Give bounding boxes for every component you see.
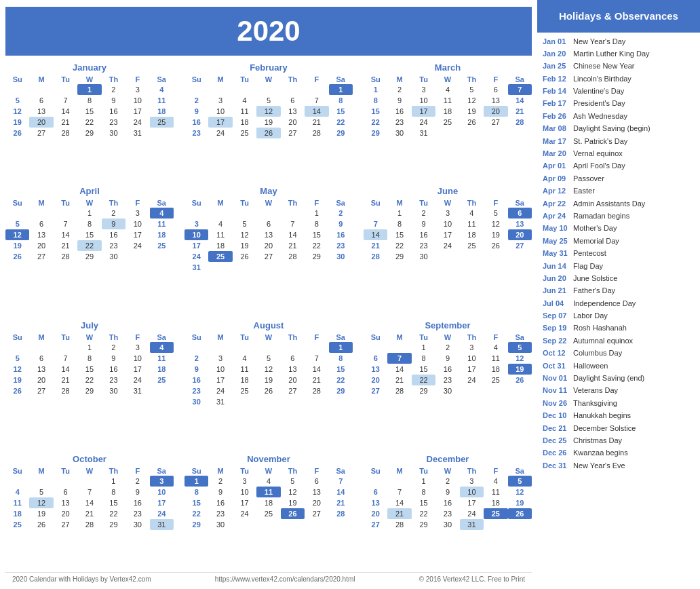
footer-center: https://www.vertex42.com/calendars/2020.… xyxy=(215,575,355,583)
calendar-day: 9 xyxy=(102,218,125,229)
calendar-day: 5 xyxy=(233,218,256,229)
day-header: Tu xyxy=(412,198,435,208)
calendar-day: 8 xyxy=(102,487,125,497)
day-header: M xyxy=(208,75,232,84)
calendar-day: 19 xyxy=(5,375,29,385)
holiday-item: Feb 12Lincoln's Birthday xyxy=(543,74,695,84)
calendar-day: 31 xyxy=(150,519,174,530)
holiday-name: Halloween xyxy=(573,361,608,371)
day-header: Su xyxy=(5,332,29,342)
calendar-day: 3 xyxy=(184,218,208,229)
calendar-day: 4 xyxy=(484,476,507,487)
day-header: Th xyxy=(460,198,484,208)
calendar-day: 20 xyxy=(256,240,280,251)
calendar-day: 6 xyxy=(364,487,387,497)
calendar-day: 18 xyxy=(484,364,507,375)
calendar-day: 15 xyxy=(77,106,101,117)
calendar-day: 11 xyxy=(484,353,507,364)
calendar-day: 2 xyxy=(208,476,232,487)
holiday-name: Daylight Saving (end) xyxy=(573,373,644,383)
calendar-day: 26 xyxy=(5,385,29,396)
calendar-day xyxy=(281,396,305,407)
calendar-day xyxy=(54,476,77,487)
holiday-date: Oct 12 xyxy=(543,348,573,358)
calendar-day: 3 xyxy=(125,84,149,95)
calendar-day xyxy=(54,84,77,95)
calendar-day: 16 xyxy=(102,106,125,117)
calendar-day: 10 xyxy=(460,353,484,364)
calendar-day: 12 xyxy=(256,106,280,117)
calendar-day xyxy=(256,519,280,530)
calendar-day: 22 xyxy=(77,117,101,128)
day-header: M xyxy=(29,332,53,342)
holiday-item: Dec 26Kwanzaa begins xyxy=(543,448,695,458)
calendar-day: 7 xyxy=(54,218,77,229)
holiday-date: Oct 31 xyxy=(543,361,573,371)
calendar-day: 15 xyxy=(364,106,387,117)
calendar-day: 10 xyxy=(125,95,149,106)
calendar-day: 28 xyxy=(364,251,387,262)
calendar-day xyxy=(281,342,305,353)
calendar-day: 20 xyxy=(29,240,53,251)
calendar-day xyxy=(329,519,353,530)
holiday-date: Nov 01 xyxy=(543,373,573,383)
calendar-day: 13 xyxy=(484,95,507,106)
calendar-day xyxy=(5,476,29,487)
holiday-name: Ramadan begins xyxy=(573,211,629,221)
calendar-day: 12 xyxy=(29,497,53,508)
calendar-day: 31 xyxy=(125,385,149,396)
calendar-day xyxy=(484,251,507,262)
calendar-day xyxy=(256,84,280,95)
calendar-day: 21 xyxy=(508,106,532,117)
holiday-date: May 25 xyxy=(543,236,573,246)
calendar-day: 31 xyxy=(208,396,232,407)
calendar-day xyxy=(484,128,507,138)
calendar-day: 4 xyxy=(208,218,232,229)
calendar-day: 6 xyxy=(281,353,305,364)
calendar-day: 26 xyxy=(256,385,280,396)
day-header: Th xyxy=(102,466,125,476)
calendar-day: 17 xyxy=(208,375,232,385)
day-header: Th xyxy=(281,332,305,342)
calendar-day: 24 xyxy=(412,117,435,128)
calendar-day: 20 xyxy=(281,117,305,128)
calendar-day: 13 xyxy=(54,497,77,508)
calendar-day: 15 xyxy=(412,497,435,508)
month-block-july: JulySuMTuWThFSa1234567891011121314151617… xyxy=(5,320,174,446)
holiday-date: Jan 20 xyxy=(543,49,573,59)
calendar-day: 26 xyxy=(460,117,484,128)
holiday-item: Jun 20June Solstice xyxy=(543,273,695,284)
calendar-day: 5 xyxy=(281,476,305,487)
calendar-day: 8 xyxy=(329,353,353,364)
calendar-day: 17 xyxy=(125,364,149,375)
calendar-day: 19 xyxy=(256,375,280,385)
calendar-table: SuMTuWThFSa12345678910111213141516171819… xyxy=(5,332,174,396)
holiday-item: Nov 26Thanksgiving xyxy=(543,398,695,408)
calendar-day: 16 xyxy=(435,497,459,508)
holiday-name: June Solstice xyxy=(573,273,617,284)
month-name: November xyxy=(184,454,353,464)
calendar-day: 1 xyxy=(77,208,101,218)
calendar-day: 21 xyxy=(281,240,305,251)
calendar-day: 7 xyxy=(305,353,328,364)
day-header: Tu xyxy=(233,332,256,342)
day-header: Th xyxy=(281,75,305,84)
day-header: M xyxy=(208,332,232,342)
calendar-day: 5 xyxy=(5,218,29,229)
month-block-november: NovemberSuMTuWThFSa123456789101112131415… xyxy=(184,454,353,569)
calendar-day: 9 xyxy=(435,487,459,497)
calendar-day: 14 xyxy=(305,364,328,375)
calendar-day: 19 xyxy=(233,240,256,251)
holiday-date: Apr 24 xyxy=(543,211,573,221)
calendar-day: 26 xyxy=(508,508,532,519)
calendar-day: 16 xyxy=(102,229,125,240)
calendar-day: 26 xyxy=(508,375,532,385)
month-name: September xyxy=(364,320,532,330)
calendar-day: 20 xyxy=(29,375,53,385)
calendar-day: 19 xyxy=(508,497,532,508)
day-header: F xyxy=(484,466,507,476)
day-header: W xyxy=(256,332,280,342)
holiday-name: Flag Day xyxy=(573,261,603,271)
calendar-day: 26 xyxy=(484,240,507,251)
calendar-day xyxy=(208,84,232,95)
